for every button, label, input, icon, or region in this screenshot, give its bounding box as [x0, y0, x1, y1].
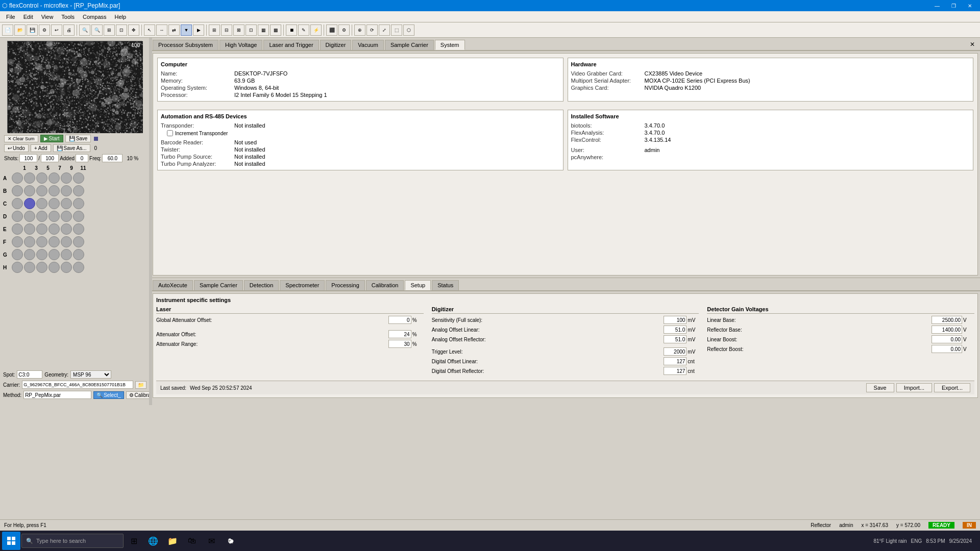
attenuator-offset-input[interactable]	[388, 330, 411, 338]
setup-save-button[interactable]: Save	[866, 383, 894, 392]
toolbar-btn21[interactable]: ⊡	[246, 24, 257, 36]
well-G5[interactable]	[73, 249, 84, 260]
well-F0[interactable]	[12, 236, 23, 247]
well-H4[interactable]	[61, 262, 72, 273]
toolbar-open[interactable]: 📂	[14, 24, 26, 36]
save-as-button[interactable]: 💾 Save As...	[53, 144, 90, 152]
well-C5[interactable]	[73, 198, 84, 209]
increment-checkbox[interactable]	[167, 130, 173, 136]
trigger-input[interactable]	[664, 347, 687, 356]
well-G4[interactable]	[61, 249, 72, 260]
well-A0[interactable]	[12, 172, 23, 184]
added-input[interactable]	[76, 154, 88, 162]
well-C4[interactable]	[61, 198, 72, 209]
toolbar-btn31[interactable]: ⤢	[379, 24, 390, 36]
tab-spectrometer[interactable]: Spectrometer	[280, 280, 325, 290]
well-D2[interactable]	[36, 211, 47, 222]
well-E2[interactable]	[36, 223, 47, 235]
well-A4[interactable]	[61, 172, 72, 184]
reflector-boost-input[interactable]	[932, 345, 962, 353]
well-C2[interactable]	[36, 198, 47, 209]
add-button[interactable]: + Add	[31, 144, 51, 152]
tab-digitizer[interactable]: Digitizer	[320, 40, 352, 50]
well-H3[interactable]	[48, 262, 60, 273]
tab-calibration[interactable]: Calibration	[366, 280, 404, 290]
toolbar-btn23[interactable]: ▩	[270, 24, 281, 36]
toolbar-zoom-out[interactable]: 🔍	[91, 24, 103, 36]
taskbar-store[interactable]: 🛍	[183, 532, 201, 550]
carrier-input[interactable]	[22, 381, 133, 389]
well-A5[interactable]	[73, 172, 84, 184]
toolbar-btn26[interactable]: ⚡	[310, 24, 322, 36]
menu-compass[interactable]: Compass	[79, 13, 110, 21]
spot-input[interactable]	[17, 370, 42, 379]
well-F4[interactable]	[61, 236, 72, 247]
toolbar-stop[interactable]: ⏹	[286, 24, 297, 36]
method-input[interactable]	[23, 391, 91, 399]
taskbar-search-box[interactable]: 🔍 Type here to search	[21, 534, 124, 548]
toolbar-pan[interactable]: ✥	[128, 24, 139, 36]
toolbar-btn25[interactable]: ✎	[298, 24, 309, 36]
global-offset-input[interactable]	[388, 316, 411, 324]
start-button[interactable]: ▶ Start	[40, 135, 63, 142]
tab-processing[interactable]: Processing	[326, 280, 364, 290]
tab-status[interactable]: Status	[432, 280, 459, 290]
undo-button[interactable]: ↩ Undo	[4, 144, 29, 152]
shots-max-input[interactable]	[41, 154, 59, 162]
toolbar-btn22[interactable]: ▦	[258, 24, 269, 36]
toolbar-btn27[interactable]: ⬛	[326, 24, 337, 36]
toolbar-btn15[interactable]: ⇄	[168, 24, 180, 36]
digital-linear-input[interactable]	[664, 357, 687, 365]
tab-system[interactable]: System	[435, 40, 465, 50]
taskbar-taskview[interactable]: ⊞	[125, 532, 143, 550]
minimize-button[interactable]: —	[929, 0, 945, 11]
select-button[interactable]: 🔍 Select_	[93, 391, 124, 399]
taskbar-edge[interactable]: 🌐	[144, 532, 162, 550]
toolbar-btn16[interactable]: ▼	[181, 24, 192, 36]
digital-reflector-input[interactable]	[664, 367, 687, 375]
toolbar-btn4[interactable]: ⚙	[39, 24, 50, 36]
panel-close-icon[interactable]: ✕	[967, 40, 978, 50]
well-F1[interactable]	[24, 236, 35, 247]
toolbar-btn32[interactable]: ⬚	[391, 24, 402, 36]
menu-tools[interactable]: Tools	[57, 13, 79, 21]
linear-boost-input[interactable]	[932, 335, 962, 343]
analog-reflector-input[interactable]	[664, 335, 687, 343]
toolbar-cursor[interactable]: ↖	[144, 24, 155, 36]
well-A2[interactable]	[36, 172, 47, 184]
well-C0[interactable]	[12, 198, 23, 209]
well-H5[interactable]	[73, 262, 84, 273]
setup-import-button[interactable]: Import...	[896, 383, 932, 392]
well-E3[interactable]	[48, 223, 60, 235]
menu-edit[interactable]: Edit	[19, 13, 37, 21]
well-E5[interactable]	[73, 223, 84, 235]
well-D3[interactable]	[48, 211, 60, 222]
toolbar-btn14[interactable]: ↔	[156, 24, 167, 36]
shots-input[interactable]	[19, 154, 37, 162]
toolbar-target[interactable]: ⊕	[354, 24, 365, 36]
toolbar-new[interactable]: 📄	[2, 24, 13, 36]
well-B1[interactable]	[24, 185, 35, 196]
resize-handle[interactable]	[149, 38, 152, 405]
well-F3[interactable]	[48, 236, 60, 247]
well-G0[interactable]	[12, 249, 23, 260]
toolbar-btn19[interactable]: ⊟	[221, 24, 232, 36]
toolbar-zoom-in[interactable]: 🔍	[79, 24, 90, 36]
sensitivity-input[interactable]	[664, 316, 687, 324]
tab-detection[interactable]: Detection	[244, 280, 279, 290]
tab-vacuum[interactable]: Vacuum	[352, 40, 384, 50]
well-D4[interactable]	[61, 211, 72, 222]
well-D0[interactable]	[12, 211, 23, 222]
well-E4[interactable]	[61, 223, 72, 235]
well-F5[interactable]	[73, 236, 84, 247]
maximize-button[interactable]: ❐	[945, 0, 962, 11]
tab-laser-trigger[interactable]: Laser and Trigger	[263, 40, 318, 50]
clear-sum-button[interactable]: ✕ Clear Sum	[4, 135, 38, 142]
well-F2[interactable]	[36, 236, 47, 247]
well-B2[interactable]	[36, 185, 47, 196]
toolbar-btn6[interactable]: 🖨	[63, 24, 75, 36]
tab-setup[interactable]: Setup	[405, 280, 431, 290]
well-E0[interactable]	[12, 223, 23, 235]
menu-file[interactable]: File	[2, 13, 19, 21]
toolbar-btn28[interactable]: ⚙	[338, 24, 350, 36]
